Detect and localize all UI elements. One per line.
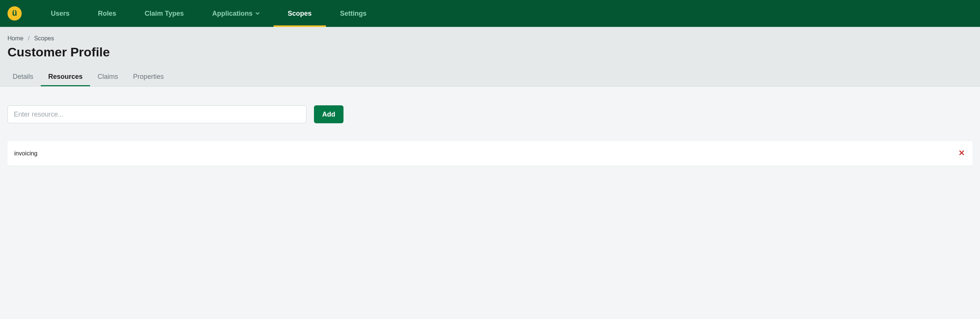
chevron-down-icon [256,12,259,14]
nav-label: Scopes [288,10,312,17]
top-navigation: ü Users Roles Claim Types Applications S… [0,0,980,27]
add-resource-row: Add [8,105,972,123]
breadcrumb: Home / Scopes [8,35,972,42]
breadcrumb-home[interactable]: Home [8,35,24,42]
tab-details[interactable]: Details [8,68,41,86]
nav-item-users[interactable]: Users [37,0,84,27]
nav-item-scopes[interactable]: Scopes [274,0,326,27]
tab-label: Properties [133,73,164,80]
nav-item-claim-types[interactable]: Claim Types [130,0,198,27]
nav-label: Settings [340,10,367,17]
nav-item-applications[interactable]: Applications [198,0,274,27]
close-icon [959,150,964,157]
page-title: Customer Profile [8,45,972,59]
delete-button[interactable] [958,149,966,158]
tab-properties[interactable]: Properties [126,68,171,86]
nav-label: Applications [212,10,253,17]
breadcrumb-separator: / [28,35,30,42]
nav-label: Claim Types [145,10,184,17]
nav-items: Users Roles Claim Types Applications Sco… [37,0,381,27]
content: Add invoicing [0,87,980,173]
nav-item-settings[interactable]: Settings [326,0,381,27]
tab-claims[interactable]: Claims [90,68,126,86]
nav-label: Users [51,10,70,17]
tab-label: Resources [48,73,83,80]
nav-label: Roles [98,10,116,17]
breadcrumb-scopes[interactable]: Scopes [34,35,54,42]
tabs: Details Resources Claims Properties [8,68,972,86]
nav-item-roles[interactable]: Roles [84,0,130,27]
logo[interactable]: ü [8,6,22,21]
resource-input[interactable] [8,105,307,123]
logo-icon: ü [12,8,17,18]
add-button[interactable]: Add [314,105,344,123]
tab-label: Details [13,73,33,80]
tab-label: Claims [97,73,118,80]
resource-list: invoicing [8,141,972,165]
resource-name: invoicing [14,150,37,157]
tab-resources[interactable]: Resources [41,68,90,86]
resource-item: invoicing [8,141,972,165]
header-section: Home / Scopes Customer Profile Details R… [0,27,980,87]
